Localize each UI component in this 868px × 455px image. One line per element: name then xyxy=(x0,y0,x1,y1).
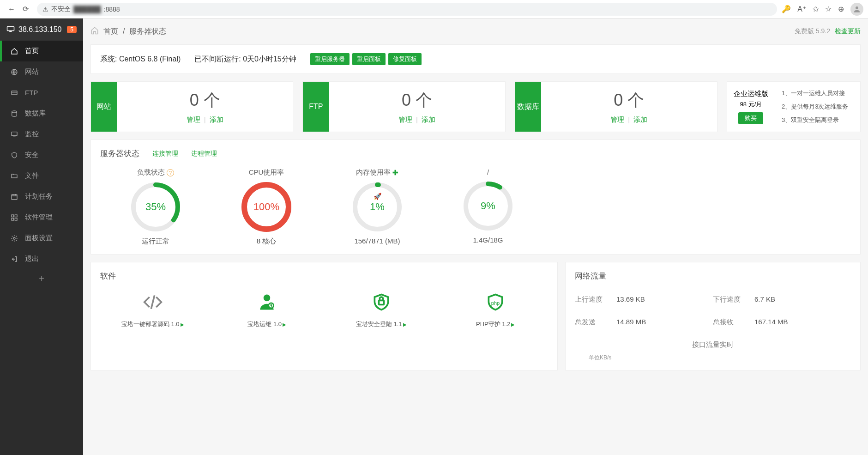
sidebar-item-label: 软件管理 xyxy=(25,213,53,222)
gauge-title: 内存使用率✚ xyxy=(356,168,398,177)
software-label: 宝塔运维 1.0▶ xyxy=(247,320,286,328)
sidebar-item-calendar[interactable]: 计划任务 xyxy=(0,186,83,207)
count-card-网站: 网站 0 个 管理|添加 xyxy=(90,81,293,132)
code-icon xyxy=(143,291,163,314)
promo-line: 2、提供每月3次运维服务 xyxy=(782,103,854,111)
plus-icon[interactable]: ✚ xyxy=(392,169,398,177)
software-label: PHP守护 1.2▶ xyxy=(476,320,515,328)
favorites-icon[interactable]: ☆ xyxy=(825,5,832,13)
ops-icon xyxy=(257,291,277,314)
restart-server-button[interactable]: 重启服务器 xyxy=(310,53,350,65)
read-aloud-icon[interactable]: A⁺ xyxy=(797,5,806,13)
shield-icon xyxy=(10,152,18,159)
card-count: 0 个 xyxy=(190,89,220,112)
insecure-label: 不安全 xyxy=(51,5,71,13)
address-port: :8888 xyxy=(104,6,120,13)
svg-text:php: php xyxy=(491,300,500,306)
svg-point-4 xyxy=(12,111,17,113)
gauge: / 9% 1.4G/18G xyxy=(446,168,530,246)
add-link[interactable]: 添加 xyxy=(422,115,435,123)
promo-title: 企业运维版 xyxy=(734,90,768,98)
svg-point-20 xyxy=(264,295,271,302)
globe-icon xyxy=(10,68,18,76)
software-label: 宝塔安全登陆 1.1▶ xyxy=(356,320,407,328)
sent-value: 14.89 MB xyxy=(616,318,713,327)
promo-card: 企业运维版 98 元/月 购买 1、一对一运维人员对接2、提供每月3次运维服务3… xyxy=(727,81,861,132)
sidebar-item-globe[interactable]: 网站 xyxy=(0,61,83,82)
sidebar-add-button[interactable]: + xyxy=(0,269,83,288)
profile-avatar[interactable] xyxy=(850,3,863,16)
software-item[interactable]: 宝塔安全登陆 1.1▶ xyxy=(329,291,434,328)
sidebar-item-label: 退出 xyxy=(25,255,39,263)
sidebar-item-db[interactable]: 数据库 xyxy=(0,103,83,124)
manage-link[interactable]: 管理 xyxy=(398,115,412,123)
summary-cards: 网站 0 个 管理|添加 FTP 0 个 管理|添加 数据库 0 个 管理|添加… xyxy=(90,81,861,132)
gauge-title: 负载状态? xyxy=(137,168,174,177)
insecure-icon: ⚠ xyxy=(42,6,48,13)
svg-rect-22 xyxy=(379,300,384,304)
gauge-title: CPU使用率 xyxy=(249,168,284,177)
sidebar-item-shield[interactable]: 安全 xyxy=(0,145,83,165)
sidebar-item-gear[interactable]: 面板设置 xyxy=(0,228,83,249)
sent-label: 总发送 xyxy=(575,318,616,327)
back-button[interactable]: ← xyxy=(5,2,18,16)
address-bar[interactable]: ⚠ 不安全 ██████ :8888 xyxy=(37,3,777,16)
exit-icon xyxy=(10,255,18,263)
db-icon xyxy=(10,110,18,117)
sidebar-item-apps[interactable]: 软件管理 xyxy=(0,207,83,228)
process-manage-link[interactable]: 进程管理 xyxy=(191,150,217,158)
downspeed-value: 6.7 KB xyxy=(754,295,851,304)
svg-rect-8 xyxy=(15,215,17,217)
help-icon[interactable]: ? xyxy=(167,169,174,176)
sidebar-item-label: 数据库 xyxy=(25,109,46,118)
software-item[interactable]: php PHP守护 1.2▶ xyxy=(443,291,549,328)
add-link[interactable]: 添加 xyxy=(633,115,647,123)
software-panel: 软件 宝塔一键部署源码 1.0▶ 宝塔运维 1.0▶ 宝塔安全登陆 1.1▶ph… xyxy=(90,262,558,370)
count-card-FTP: FTP 0 个 管理|添加 xyxy=(302,81,505,132)
svg-rect-6 xyxy=(12,194,17,200)
gauge: 内存使用率✚ 🚀 1% 156/7871 (MB) xyxy=(336,168,419,246)
card-count: 0 个 xyxy=(614,89,644,112)
manage-link[interactable]: 管理 xyxy=(610,115,624,123)
software-item[interactable]: 宝塔运维 1.0▶ xyxy=(215,291,320,328)
refresh-button[interactable]: ⟳ xyxy=(18,2,32,16)
check-update-link[interactable]: 检查更新 xyxy=(835,27,861,36)
version-text: 免费版 5.9.2 xyxy=(795,27,830,36)
sidebar-item-ftp[interactable]: FTP xyxy=(0,82,83,103)
breadcrumb: 首页 / 服务器状态 xyxy=(90,26,166,36)
sidebar-item-label: 安全 xyxy=(25,151,39,159)
home-icon xyxy=(10,48,18,55)
play-icon: ▶ xyxy=(403,322,407,327)
add-link[interactable]: 添加 xyxy=(210,115,223,123)
lock-icon xyxy=(371,291,392,314)
manage-link[interactable]: 管理 xyxy=(187,115,200,123)
browser-toolbar: ← ⟳ ⚠ 不安全 ██████ :8888 🔑 A⁺ ✩ ☆ ⊕ xyxy=(0,0,868,18)
card-tab: FTP xyxy=(303,82,329,132)
sidebar-item-label: 文件 xyxy=(25,171,39,180)
sidebar-item-exit[interactable]: 退出 xyxy=(0,249,83,269)
server-status-panel: 服务器状态 连接管理 进程管理 负载状态? 35% 运行正常CPU使用率 100… xyxy=(90,140,861,255)
gauge-value: 1% xyxy=(352,182,403,232)
key-icon[interactable]: 🔑 xyxy=(782,5,791,13)
notification-badge[interactable]: 5 xyxy=(67,26,77,33)
gauge-sub: 运行正常 xyxy=(142,237,169,246)
sidebar-item-home[interactable]: 首页 xyxy=(0,41,83,61)
collections-icon[interactable]: ⊕ xyxy=(838,5,844,13)
sidebar-item-monitor[interactable]: 监控 xyxy=(0,124,83,145)
breadcrumb-home[interactable]: 首页 xyxy=(103,27,118,36)
restart-panel-button[interactable]: 重启面板 xyxy=(352,53,386,65)
promo-line: 1、一对一运维人员对接 xyxy=(782,89,854,97)
sidebar-item-label: 网站 xyxy=(25,67,39,76)
software-item[interactable]: 宝塔一键部署源码 1.0▶ xyxy=(100,291,205,328)
software-label: 宝塔一键部署源码 1.0▶ xyxy=(121,320,184,328)
star-add-icon[interactable]: ✩ xyxy=(813,5,819,13)
gauge-value: 35% xyxy=(130,182,181,232)
server-ip: 38.6.133.150 xyxy=(18,25,61,34)
connection-manage-link[interactable]: 连接管理 xyxy=(152,150,178,158)
repair-panel-button[interactable]: 修复面板 xyxy=(388,53,422,65)
address-host: ██████ xyxy=(73,6,101,13)
sidebar-item-folder[interactable]: 文件 xyxy=(0,165,83,186)
recv-value: 167.14 MB xyxy=(754,318,851,327)
svg-rect-1 xyxy=(7,27,14,31)
buy-button[interactable]: 购买 xyxy=(738,112,763,124)
